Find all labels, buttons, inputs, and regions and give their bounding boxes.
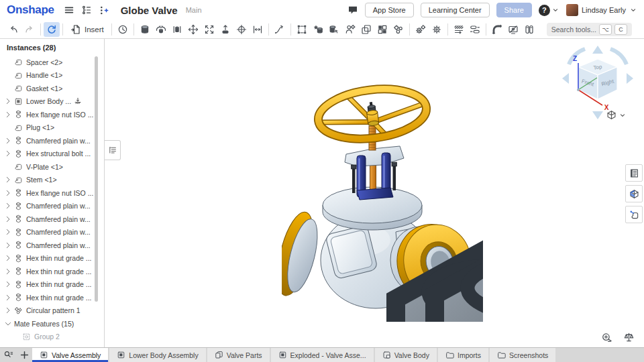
redo-button[interactable]	[21, 22, 38, 37]
branch-plus-icon[interactable]	[99, 5, 109, 15]
user-name[interactable]: Lindsay Early	[582, 6, 626, 14]
hamburger-menu-icon[interactable]	[64, 5, 74, 15]
instance-row[interactable]: Handle <1>	[0, 69, 104, 82]
chevron-right-icon[interactable]	[4, 97, 14, 105]
chevron-right-icon[interactable]	[4, 111, 14, 119]
sync-button[interactable]	[44, 22, 60, 37]
tab-manager-button[interactable]	[0, 348, 16, 362]
tab-lower-body-assembly[interactable]: Lower Body Assembly	[109, 348, 205, 362]
toolbar-cursor-cylinder-button[interactable]	[326, 22, 342, 37]
chevron-right-icon[interactable]	[4, 241, 14, 249]
document-title[interactable]: Globe Valve	[121, 5, 178, 16]
chevron-right-icon[interactable]	[4, 189, 14, 197]
share-button[interactable]: Share	[496, 3, 532, 17]
instance-row[interactable]: Lower Body ...	[0, 95, 104, 109]
onshape-logo[interactable]: Onshape	[7, 3, 54, 17]
instance-row[interactable]: Stem <1>	[0, 174, 104, 187]
handwheel[interactable]	[315, 83, 429, 144]
chevron-right-icon[interactable]	[4, 294, 14, 302]
instance-row[interactable]: Hex structural bolt ...	[0, 147, 104, 161]
bom-panel-button[interactable]	[625, 164, 643, 182]
tab-screenshots[interactable]: Screenshots	[490, 348, 555, 362]
instance-row[interactable]: Chamfered plain w...	[0, 226, 104, 239]
instance-row[interactable]: Hex thin nut grade ...	[0, 278, 104, 292]
app-store-button[interactable]: App Store	[365, 3, 414, 17]
toolbar-expand-button[interactable]	[201, 22, 217, 37]
instance-row[interactable]: Chamfered plain w...	[0, 239, 104, 252]
instance-row[interactable]: Gasket <1>	[0, 82, 104, 95]
view-cube[interactable]: Top Front Right Z X	[558, 40, 639, 124]
sidebar-scrollbar[interactable]	[95, 56, 98, 302]
insert-button[interactable]: Insert	[66, 22, 109, 37]
instance-row[interactable]: Plug <1>	[0, 121, 104, 135]
chevron-right-icon[interactable]	[4, 280, 14, 288]
chevron-right-icon[interactable]	[4, 176, 14, 184]
scales-button[interactable]	[623, 332, 635, 343]
instance-row[interactable]: Hex flange nut ISO ...	[0, 108, 104, 121]
instance-row[interactable]: Group 2	[0, 330, 104, 344]
toolbar-cylinder-button[interactable]	[137, 22, 153, 37]
view-options-menu[interactable]	[606, 110, 627, 120]
toolbar-swap-button[interactable]	[467, 22, 483, 37]
instance-row[interactable]: Hex flange nut ISO ...	[0, 186, 104, 200]
toolbar-gear-pair-button[interactable]	[413, 22, 429, 37]
undo-button[interactable]	[5, 22, 21, 37]
toolbar-columns-button[interactable]	[521, 22, 537, 37]
globe-valve-model[interactable]	[282, 67, 483, 322]
toolbar-box-select-button[interactable]	[294, 22, 310, 37]
viewcube-rotate-cw[interactable]	[610, 49, 627, 64]
chevron-right-icon[interactable]	[4, 137, 14, 145]
tab-valve-body[interactable]: Valve Body	[375, 348, 437, 362]
toolbar-gear-star-button[interactable]	[429, 22, 445, 37]
toolbar-width-button[interactable]	[250, 22, 266, 37]
toolbar-move-button[interactable]	[185, 22, 201, 37]
viewcube-arrow-up[interactable]	[592, 46, 603, 54]
instance-row[interactable]: Chamfered plain w...	[0, 213, 104, 226]
viewcube-arrow-left[interactable]	[562, 73, 569, 84]
help-button[interactable]: ?	[539, 5, 550, 16]
toolbar-target-button[interactable]	[233, 22, 250, 37]
add-tab-button[interactable]	[16, 348, 32, 362]
help-caret-icon[interactable]	[551, 6, 559, 14]
toolbar-display-button[interactable]	[505, 22, 521, 37]
toolbar-rotate-cylinder-button[interactable]	[153, 22, 169, 37]
toolbar-person-gear-button[interactable]	[342, 22, 358, 37]
instance-row[interactable]: V-Plate <1>	[0, 160, 104, 174]
instance-row[interactable]: Chamfered plain w...	[0, 200, 104, 213]
instance-row[interactable]: Hex thin nut grade ...	[0, 265, 104, 278]
tab-valve-assembly[interactable]: Valve Assembly	[32, 348, 108, 362]
viewcube-arrow-down[interactable]	[592, 111, 603, 119]
chevron-right-icon[interactable]	[4, 202, 14, 210]
instance-row[interactable]: Hex thin nut grade ...	[0, 291, 104, 304]
tab-valve-parts[interactable]: Valve Parts	[207, 348, 270, 362]
tree-panel-toggle[interactable]	[105, 140, 121, 160]
comment-icon[interactable]	[347, 5, 358, 15]
graphics-viewport[interactable]: Top Front Right Z X	[105, 39, 644, 347]
chevron-down-icon[interactable]	[4, 320, 14, 328]
chevron-right-icon[interactable]	[4, 267, 14, 276]
learning-center-button[interactable]: Learning Center	[421, 3, 490, 17]
cube-grid-panel-button[interactable]	[625, 185, 643, 202]
toolbar-clock-button[interactable]	[115, 22, 131, 37]
toolbar-spring-button[interactable]	[451, 22, 467, 37]
toolbar-push-button[interactable]	[217, 22, 233, 37]
toolbar-gears-button[interactable]	[390, 22, 407, 37]
workspace-name[interactable]: Main	[186, 6, 202, 14]
toolbar-tube-button[interactable]	[489, 22, 505, 37]
user-menu-caret-icon[interactable]	[629, 6, 637, 14]
instance-row[interactable]: Spacer <2>	[0, 56, 104, 69]
versions-icon[interactable]	[81, 5, 92, 15]
mate-features-section[interactable]: Mate Features (15)	[0, 317, 104, 330]
tab-exploded-valve-asse[interactable]: Exploded - Valve Asse...	[271, 348, 374, 362]
chevron-right-icon[interactable]	[4, 215, 14, 223]
instance-row[interactable]: Chamfered plain w...	[0, 134, 104, 147]
user-avatar[interactable]	[566, 4, 578, 16]
instance-row[interactable]: Hex thin nut grade ...	[0, 252, 104, 265]
tape-measure-button[interactable]	[601, 332, 612, 343]
toolbar-star-cylinder-button[interactable]	[310, 22, 326, 37]
toolbar-curve-button[interactable]	[272, 22, 288, 37]
toolbar-pin-cylinder-button[interactable]	[169, 22, 185, 37]
chevron-right-icon[interactable]	[4, 306, 14, 314]
part-connector-panel-button[interactable]	[625, 206, 643, 223]
instance-row[interactable]: Circular pattern 1	[0, 304, 104, 318]
